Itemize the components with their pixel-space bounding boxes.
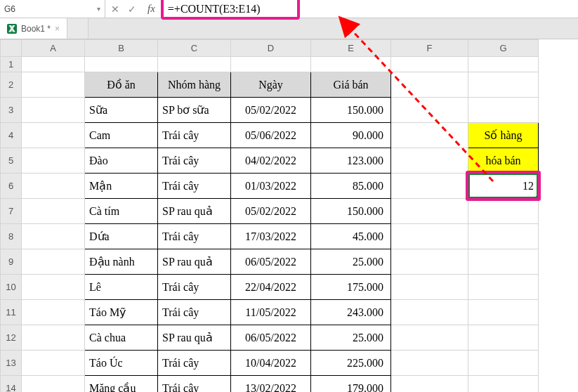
row-header[interactable]: 2	[1, 72, 22, 98]
cell[interactable]: Trái cây	[158, 123, 231, 148]
cell[interactable]	[468, 98, 539, 123]
cell[interactable]	[391, 351, 468, 376]
cell[interactable]	[468, 376, 539, 393]
cell[interactable]	[391, 98, 468, 123]
cell[interactable]	[391, 148, 468, 174]
cell[interactable]	[391, 275, 468, 300]
cell[interactable]: 25.000	[311, 249, 391, 275]
cell[interactable]	[468, 275, 539, 300]
cell[interactable]	[22, 376, 85, 393]
row-header[interactable]: 7	[1, 199, 22, 224]
cancel-icon[interactable]: ✕	[111, 4, 119, 15]
cell[interactable]	[22, 224, 85, 249]
cell[interactable]	[391, 325, 468, 351]
cell[interactable]	[22, 57, 85, 72]
cell[interactable]: 179.000	[311, 376, 391, 393]
cell[interactable]: Trái cây	[158, 275, 231, 300]
cell[interactable]: Táo Mỹ	[85, 300, 158, 325]
result-label-cell[interactable]: Số hàng	[468, 123, 539, 148]
active-cell-G6[interactable]: 12	[468, 174, 539, 199]
row-header[interactable]: 10	[1, 275, 22, 300]
row-header[interactable]: 6	[1, 174, 22, 199]
cell[interactable]	[22, 174, 85, 199]
col-header-D[interactable]: D	[231, 40, 311, 57]
cell[interactable]: 06/05/2022	[231, 325, 311, 351]
cell[interactable]: 05/02/2022	[231, 199, 311, 224]
cell[interactable]: 05/06/2022	[231, 123, 311, 148]
cell[interactable]	[22, 199, 85, 224]
cell[interactable]	[22, 98, 85, 123]
col-header-F[interactable]: F	[391, 40, 468, 57]
chevron-down-icon[interactable]: ▾	[97, 5, 100, 13]
cell[interactable]	[391, 224, 468, 249]
cell[interactable]: Dứa	[85, 224, 158, 249]
cell[interactable]: 243.000	[311, 300, 391, 325]
fill-handle[interactable]	[536, 196, 540, 200]
cell[interactable]: 17/03/2022	[231, 224, 311, 249]
cell[interactable]: Đào	[85, 148, 158, 174]
accept-icon[interactable]: ✓	[128, 4, 136, 15]
result-label-cell[interactable]: hóa bán	[468, 148, 539, 174]
cell[interactable]: Cam	[85, 123, 158, 148]
cell[interactable]: Mận	[85, 174, 158, 199]
cell[interactable]: 13/02/2022	[231, 376, 311, 393]
cell[interactable]	[391, 249, 468, 275]
workbook-tab[interactable]: Book1 * ×	[0, 18, 67, 39]
cell[interactable]	[311, 57, 391, 72]
col-header-E[interactable]: E	[311, 40, 391, 57]
cell[interactable]	[22, 249, 85, 275]
cell[interactable]: 06/05/2022	[231, 249, 311, 275]
cell[interactable]	[231, 57, 311, 72]
cell[interactable]	[468, 57, 539, 72]
cell[interactable]	[22, 123, 85, 148]
cell[interactable]: 175.000	[311, 275, 391, 300]
cell[interactable]: 25.000	[311, 325, 391, 351]
cell[interactable]	[468, 224, 539, 249]
cell[interactable]	[22, 148, 85, 174]
cell[interactable]	[468, 249, 539, 275]
cell[interactable]	[468, 351, 539, 376]
cell[interactable]: 04/02/2022	[231, 148, 311, 174]
table-header[interactable]: Giá bán	[311, 72, 391, 98]
row-header[interactable]: 4	[1, 123, 22, 148]
cell[interactable]: Măng cầu	[85, 376, 158, 393]
cell[interactable]: Sữa	[85, 98, 158, 123]
cell[interactable]	[391, 376, 468, 393]
row-header[interactable]: 8	[1, 224, 22, 249]
cell[interactable]	[391, 57, 468, 72]
cell[interactable]: 85.000	[311, 174, 391, 199]
cell[interactable]: SP rau quả	[158, 325, 231, 351]
row-header[interactable]: 9	[1, 249, 22, 275]
row-header[interactable]: 14	[1, 376, 22, 393]
cell[interactable]: 10/04/2022	[231, 351, 311, 376]
cell[interactable]: 150.000	[311, 199, 391, 224]
table-header[interactable]: Ngày	[231, 72, 311, 98]
cell[interactable]	[468, 325, 539, 351]
cell[interactable]: 01/03/2022	[231, 174, 311, 199]
cell[interactable]	[158, 57, 231, 72]
col-header-G[interactable]: G	[468, 40, 539, 57]
row-header[interactable]: 13	[1, 351, 22, 376]
cell[interactable]: Lê	[85, 275, 158, 300]
col-header-B[interactable]: B	[85, 40, 158, 57]
select-all-corner[interactable]	[1, 40, 22, 57]
cell[interactable]: 90.000	[311, 123, 391, 148]
cell[interactable]	[391, 174, 468, 199]
table-header[interactable]: Nhóm hàng	[158, 72, 231, 98]
row-header[interactable]: 3	[1, 98, 22, 123]
formula-input[interactable]: =+COUNT(E3:E14)	[168, 0, 578, 18]
cell[interactable]	[468, 300, 539, 325]
cell[interactable]: 123.000	[311, 148, 391, 174]
name-box[interactable]: G6 ▾	[0, 0, 105, 18]
cell[interactable]: 22/04/2022	[231, 275, 311, 300]
col-header-A[interactable]: A	[22, 40, 85, 57]
cell[interactable]: Trái cây	[158, 174, 231, 199]
cell[interactable]	[22, 72, 85, 98]
cell[interactable]: Trái cây	[158, 300, 231, 325]
row-header[interactable]: 5	[1, 148, 22, 174]
cell[interactable]	[391, 300, 468, 325]
cell[interactable]: SP rau quả	[158, 249, 231, 275]
cell[interactable]: 11/05/2022	[231, 300, 311, 325]
cell[interactable]: SP rau quả	[158, 199, 231, 224]
close-icon[interactable]: ×	[55, 24, 60, 34]
